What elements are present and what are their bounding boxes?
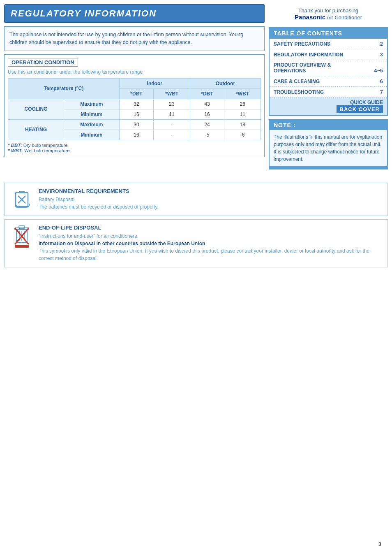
svg-rect-1 [19,191,25,193]
table-row: COOLING Maximum 32 23 43 26 [8,99,261,109]
left-column: REGULATORY INFORMATION The appliance is … [4,4,265,169]
toc-regulatory-page: 3 [375,51,383,58]
indoor-header: Indoor [119,78,190,88]
env-text: ENVIRONMENTAL REQUIREMENTS Battery Dispo… [39,188,382,211]
operation-title: OPERATION CONDITION [8,58,78,67]
note-content: The illustrations in this manual are for… [270,130,387,166]
footnotes: * DBT: Dry bulb temperature * WBT: Wet b… [8,143,261,153]
footnote-dbt: * DBT: Dry bulb temperature [8,143,261,148]
battery-recycle-icon [12,189,32,210]
note-box: NOTE : The illustrations in this manual … [269,119,388,169]
toc-trouble-label: TROUBLESHOOTING [274,89,375,95]
toc-item-quick-guide: QUICK GUIDE BACK COVER [270,97,387,115]
toc-item-troubleshooting: TROUBLESHOOTING 7 [270,87,387,97]
product-name: Air Conditioner [327,14,362,21]
cooling-min-indoor-dbt: 16 [119,109,153,119]
main-title-bar: REGULATORY INFORMATION [4,4,265,23]
right-column: Thank you for purchasing Panasonic Air C… [269,4,388,169]
thank-you-text: Thank you for purchasing [271,7,385,14]
disposal-icon-area [10,225,33,247]
heating-max-indoor-dbt: 30 [119,119,153,130]
thank-you-box: Thank you for purchasing Panasonic Air C… [269,4,388,24]
heating-min-indoor-wbt: - [154,130,190,140]
toc-product-page: 4~5 [374,67,383,74]
bottom-section: ENVIRONMENTAL REQUIREMENTS Battery Dispo… [4,183,388,267]
cooling-min-outdoor-wbt: 11 [224,109,261,119]
heating-max-indoor-wbt: - [154,119,190,130]
toc-care-page: 6 [375,78,383,84]
toc-item-care: CARE & CLEANING 6 [270,76,387,87]
heating-min-outdoor-wbt: -6 [224,130,261,140]
toc-box: TABLE OF CONTENTS SAFETY PRECAUTIONS 2 R… [269,27,388,116]
footnote-wbt: * WBT: Wet bulb temperature [8,148,261,153]
table-row: HEATING Maximum 30 - 24 18 [8,119,261,130]
cooling-max-label: Maximum [64,99,119,109]
environmental-box: ENVIRONMENTAL REQUIREMENTS Battery Dispo… [4,183,388,216]
disposal-box: END-OF-LIFE DISPOSAL “Instructions for e… [4,219,388,267]
toc-safety-page: 2 [375,41,383,47]
page-relative: ENVIRONMENTAL REQUIREMENTS Battery Dispo… [4,174,388,553]
env-title: ENVIRONMENTAL REQUIREMENTS [39,188,382,194]
toc-quick-label: QUICK GUIDE [350,100,383,105]
page-number: 3 [378,541,381,547]
heating-min-label: Minimum [64,130,119,140]
disposal-title: END-OF-LIFE DISPOSAL [39,225,382,231]
disposal-text: END-OF-LIFE DISPOSAL “Instructions for e… [39,225,382,262]
brand-product: Panasonic Air Conditioner [271,14,385,21]
temperature-table: Temperature (°C) Indoor Outdoor *DBT *WB… [8,78,261,140]
indoor-wbt-header: *WBT [154,88,190,99]
env-battery-disposal: Battery Disposal [39,196,382,203]
warning-box: The appliance is not intended for use by… [4,26,265,51]
note-text: The illustrations in this manual are for… [274,133,383,163]
operation-section: OPERATION CONDITION Use this air conditi… [4,54,265,157]
warning-text: The appliance is not intended for use by… [9,31,259,46]
env-icon-area [10,188,33,211]
temp-col-header: Temperature (°C) [8,78,120,99]
toc-care-label: CARE & CLEANING [274,79,375,84]
toc-safety-label: SAFETY PRECAUTIONS [274,41,375,47]
cooling-min-label: Minimum [64,109,119,119]
toc-item-regulatory: REGULATORY INFORMATION 3 [270,49,387,60]
brand-name: Panasonic [295,14,325,21]
heating-min-outdoor-dbt: -5 [190,130,224,140]
main-title: REGULATORY INFORMATION [11,8,258,19]
env-subtitle: Battery Disposal The batteries must be r… [39,196,382,211]
cooling-max-indoor-wbt: 23 [154,99,190,109]
heating-max-outdoor-wbt: 18 [224,119,261,130]
toc-trouble-page: 7 [375,89,383,95]
toc-back-cover-label: BACK COVER [337,105,383,113]
disposal-line1: “Instructions for end-user” for air cond… [39,232,382,240]
disposal-desc: “Instructions for end-user” for air cond… [39,232,382,262]
note-footer [270,166,387,169]
toc-item-product: PRODUCT OVERVIEW &OPERATIONS 4~5 [270,60,387,76]
cooling-min-outdoor-dbt: 16 [190,109,224,119]
disposal-line2: This symbol is only valid in the Europea… [39,247,382,262]
toc-regulatory-label: REGULATORY INFORMATION [274,52,375,58]
svg-rect-13 [15,245,29,248]
cooling-label: COOLING [8,99,64,119]
cooling-min-indoor-wbt: 11 [154,109,190,119]
toc-item-safety: SAFETY PRECAUTIONS 2 [270,39,387,49]
heating-max-label: Maximum [64,119,119,130]
disposal-bold-line: Information on Disposal in other countri… [39,240,382,247]
operation-subtitle: Use this air conditioner under the follo… [8,69,261,75]
toc-title: TABLE OF CONTENTS [270,28,387,39]
disposal-bin-icon [12,224,32,248]
outdoor-wbt-header: *WBT [224,88,261,99]
cooling-max-outdoor-wbt: 26 [224,99,261,109]
heating-label: HEATING [8,119,64,140]
note-title: NOTE : [270,120,387,130]
cooling-max-outdoor-dbt: 43 [190,99,224,109]
indoor-dbt-header: *DBT [119,88,153,99]
toc-product-label: PRODUCT OVERVIEW &OPERATIONS [274,62,374,74]
outdoor-dbt-header: *DBT [190,88,224,99]
env-battery-text: The batteries must be recycled or dispos… [39,203,382,211]
heating-max-outdoor-dbt: 24 [190,119,224,130]
heating-min-indoor-dbt: 16 [119,130,153,140]
svg-rect-7 [19,226,25,228]
outdoor-header: Outdoor [190,78,261,88]
cooling-max-indoor-dbt: 32 [119,99,153,109]
